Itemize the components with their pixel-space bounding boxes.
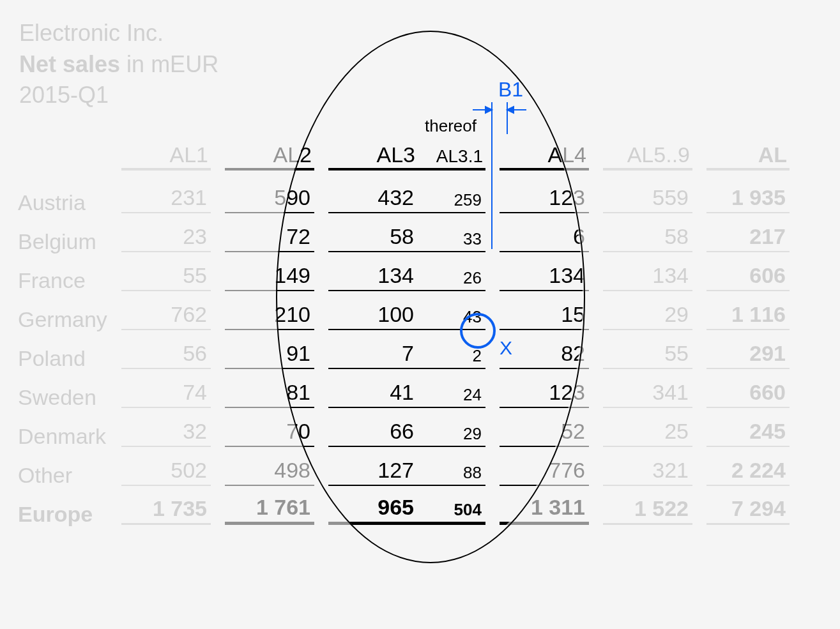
table-row: Sweden74814124123341660 bbox=[13, 369, 790, 408]
data-cell: 29 bbox=[418, 408, 485, 447]
data-cell: 762 bbox=[121, 291, 211, 330]
totals-cell: 1 311 bbox=[500, 486, 589, 525]
data-cell: 55 bbox=[121, 252, 211, 291]
data-cell: 7 bbox=[328, 330, 418, 369]
col-al-total: AL bbox=[706, 139, 790, 174]
row-label: Germany bbox=[13, 291, 121, 330]
data-cell: 210 bbox=[225, 291, 314, 330]
header-row: AL1 AL2 AL3 AL3.1 AL4 AL5..9 AL bbox=[13, 139, 790, 174]
data-cell: 15 bbox=[500, 291, 589, 330]
data-cell: 72 bbox=[225, 213, 314, 252]
row-label: Sweden bbox=[13, 369, 121, 408]
data-cell: 55 bbox=[603, 330, 692, 369]
metric-bold: Net sales bbox=[19, 51, 120, 77]
data-cell: 6 bbox=[500, 213, 589, 252]
col-al5-9: AL5..9 bbox=[603, 139, 692, 174]
data-cell: 33 bbox=[418, 213, 485, 252]
table-row: Other502498127887763212 224 bbox=[13, 447, 790, 486]
table-row: France5514913426134134606 bbox=[13, 252, 790, 291]
thereof-label: thereof bbox=[425, 116, 477, 136]
data-cell: 498 bbox=[225, 447, 314, 486]
data-cell: 100 bbox=[328, 291, 418, 330]
data-cell: 341 bbox=[603, 369, 692, 408]
row-label: Other bbox=[13, 447, 121, 486]
data-cell: 29 bbox=[603, 291, 692, 330]
data-cell: 23 bbox=[121, 213, 211, 252]
row-label: Poland bbox=[13, 330, 121, 369]
data-cell: 41 bbox=[328, 369, 418, 408]
totals-cell: 7 294 bbox=[706, 486, 790, 525]
col-al3-1: AL3.1 bbox=[418, 139, 485, 174]
data-cell: 217 bbox=[706, 213, 790, 252]
row-label: Denmark bbox=[13, 408, 121, 447]
table-row: Germany7622101004315291 116 bbox=[13, 291, 790, 330]
highlight-x: X bbox=[500, 337, 512, 359]
data-cell: 660 bbox=[706, 369, 790, 408]
data-cell: 259 bbox=[418, 174, 485, 213]
table-row: Poland5691728255291 bbox=[13, 330, 790, 369]
data-cell: 245 bbox=[706, 408, 790, 447]
col-al2: AL2 bbox=[225, 139, 314, 174]
data-cell: 25 bbox=[603, 408, 692, 447]
data-cell: 134 bbox=[603, 252, 692, 291]
data-cell: 24 bbox=[418, 369, 485, 408]
data-cell: 432 bbox=[328, 174, 418, 213]
data-cell: 32 bbox=[121, 408, 211, 447]
table-row: Belgium23725833658217 bbox=[13, 213, 790, 252]
data-cell: 1 116 bbox=[706, 291, 790, 330]
metric-line: Net sales in mEUR bbox=[19, 49, 218, 80]
title-block: Electronic Inc. Net sales in mEUR 2015-Q… bbox=[19, 18, 218, 111]
data-cell: 776 bbox=[500, 447, 589, 486]
row-label: France bbox=[13, 252, 121, 291]
row-label: Belgium bbox=[13, 213, 121, 252]
period: 2015-Q1 bbox=[19, 80, 218, 111]
net-sales-table: AL1 AL2 AL3 AL3.1 AL4 AL5..9 AL Austria2… bbox=[13, 139, 790, 525]
data-cell: 321 bbox=[603, 447, 692, 486]
data-cell: 123 bbox=[500, 369, 589, 408]
data-cell: 56 bbox=[121, 330, 211, 369]
data-cell: 58 bbox=[328, 213, 418, 252]
data-cell: 231 bbox=[121, 174, 211, 213]
col-al3: AL3 bbox=[328, 139, 418, 174]
data-cell: 43 bbox=[418, 291, 485, 330]
data-cell: 91 bbox=[225, 330, 314, 369]
table-row: Denmark327066295225245 bbox=[13, 408, 790, 447]
data-cell: 2 224 bbox=[706, 447, 790, 486]
totals-cell: 504 bbox=[418, 486, 485, 525]
data-cell: 52 bbox=[500, 408, 589, 447]
data-cell: 123 bbox=[500, 174, 589, 213]
data-cell: 82 bbox=[500, 330, 589, 369]
b1-label: B1 bbox=[498, 78, 523, 102]
totals-label: Europe bbox=[13, 486, 121, 525]
data-cell: 590 bbox=[225, 174, 314, 213]
data-cell: 502 bbox=[121, 447, 211, 486]
data-cell: 149 bbox=[225, 252, 314, 291]
data-cell: 1 935 bbox=[706, 174, 790, 213]
data-cell: 606 bbox=[706, 252, 790, 291]
data-cell: 559 bbox=[603, 174, 692, 213]
data-cell: 66 bbox=[328, 408, 418, 447]
data-cell: 74 bbox=[121, 369, 211, 408]
data-cell: 291 bbox=[706, 330, 790, 369]
metric-unit: in mEUR bbox=[120, 51, 218, 77]
data-cell: 134 bbox=[500, 252, 589, 291]
row-label: Austria bbox=[13, 174, 121, 213]
data-cell: 81 bbox=[225, 369, 314, 408]
data-cell: 88 bbox=[418, 447, 485, 486]
company-name: Electronic Inc. bbox=[19, 18, 218, 49]
data-cell: 26 bbox=[418, 252, 485, 291]
totals-cell: 1 735 bbox=[121, 486, 211, 525]
table-row: Austria2315904322591235591 935 bbox=[13, 174, 790, 213]
data-cell: 134 bbox=[328, 252, 418, 291]
col-al1: AL1 bbox=[121, 139, 211, 174]
totals-cell: 1 522 bbox=[603, 486, 692, 525]
data-cell: 70 bbox=[225, 408, 314, 447]
col-al4: AL4 bbox=[500, 139, 589, 174]
svg-marker-3 bbox=[485, 107, 492, 113]
svg-marker-5 bbox=[507, 107, 514, 113]
totals-row: Europe1 7351 7619655041 3111 5227 294 bbox=[13, 486, 790, 525]
totals-cell: 965 bbox=[328, 486, 418, 525]
data-cell: 127 bbox=[328, 447, 418, 486]
data-cell: 58 bbox=[603, 213, 692, 252]
totals-cell: 1 761 bbox=[225, 486, 314, 525]
